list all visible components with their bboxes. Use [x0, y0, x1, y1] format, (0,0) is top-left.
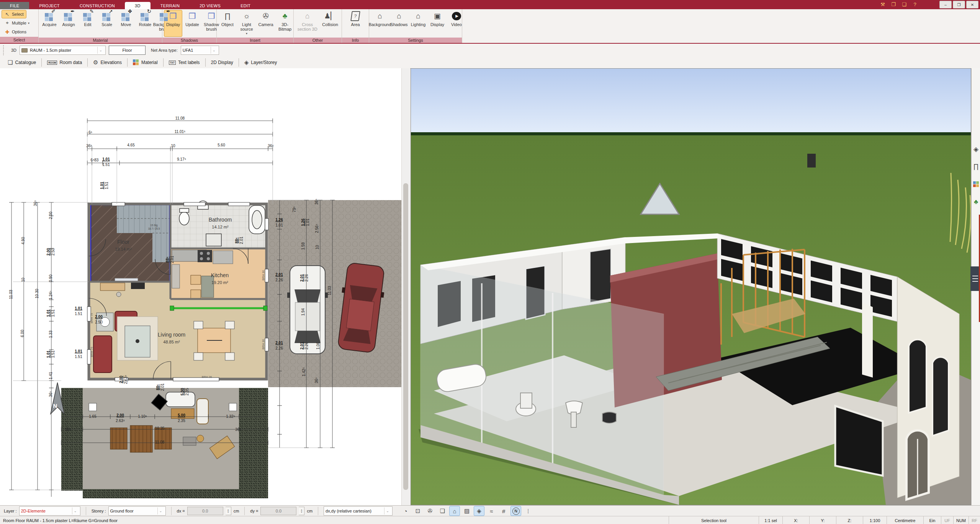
- storey-dropdown[interactable]: Ground floor ⌄: [108, 506, 166, 516]
- hatch-display-icon[interactable]: ▨: [461, 506, 472, 516]
- terrace-post: [229, 403, 237, 411]
- plan-2d-view[interactable]: 11.0811.01⁵6⁵36⁵4.65105.6036⁵6⁵831.011.5…: [0, 68, 401, 505]
- dim-label: BRH 75: [90, 313, 93, 323]
- update-shadows-button[interactable]: ❒Update: [183, 10, 201, 37]
- dim-label: 5.00: [180, 388, 185, 396]
- menu-tab-2d-views[interactable]: 2D VIEWS: [190, 2, 231, 9]
- options-button[interactable]: ✚Options: [2, 28, 29, 36]
- menu-tab-file[interactable]: FILE: [0, 2, 29, 9]
- area-button[interactable]: ?Area: [344, 10, 367, 37]
- sky: [411, 69, 971, 133]
- 3d-bitmap-button[interactable]: ♣3D-Bitmap: [276, 10, 294, 37]
- select-button[interactable]: ↖Select: [2, 10, 26, 18]
- tab-layer-storey[interactable]: ◈Layer/Storey: [239, 57, 283, 67]
- display-shadows-button-label: Display: [166, 22, 180, 27]
- north-arrow-icon[interactable]: N: [510, 506, 521, 516]
- ribbon-group-select: ↖Select⌖Multiple▾✚OptionsSelect: [0, 9, 39, 43]
- more-tools-icon[interactable]: ⁞: [523, 506, 533, 516]
- edit-button[interactable]: ✎Edit: [79, 10, 97, 37]
- dy-label: dy =: [250, 509, 258, 513]
- help-icon[interactable]: ?: [911, 1, 919, 8]
- surface-display-icon[interactable]: ≈: [486, 506, 497, 516]
- grid-icon[interactable]: #: [498, 506, 509, 516]
- restore-button[interactable]: ❐: [953, 1, 965, 8]
- plane-display-icon[interactable]: ◈: [474, 506, 484, 516]
- tab-room-data[interactable]: ROOMRoom data: [42, 57, 87, 67]
- hall-cabinet: [131, 282, 145, 289]
- tab-2d-display[interactable]: 2D Display: [206, 57, 239, 67]
- dim-label: 10: [171, 144, 175, 148]
- camera-button[interactable]: ✇Camera: [257, 10, 275, 37]
- dim-label: 6.00: [20, 330, 25, 337]
- scrollbar-thumb[interactable]: [403, 183, 408, 490]
- floor-button[interactable]: Floor: [109, 46, 146, 55]
- coord-x-cell: X:: [782, 516, 809, 524]
- acquire-button[interactable]: ✐Acquire: [40, 10, 59, 37]
- material-panel-icon[interactable]: [972, 179, 980, 190]
- minimize-button[interactable]: –: [939, 1, 952, 8]
- menu-bar: FILEPROJECTCONSTRUCTION3DTERRAIN2D VIEWS…: [0, 0, 980, 9]
- dy-input[interactable]: 0.0: [260, 507, 296, 515]
- tab-material[interactable]: Material: [128, 57, 163, 67]
- tools-icon[interactable]: ⚒: [879, 1, 887, 8]
- toolbar-grip[interactable]: [3, 45, 6, 55]
- image-stack-icon[interactable]: ❏: [437, 506, 448, 516]
- chevron-down-icon: ▾: [28, 21, 29, 25]
- dim-label: 36⁵: [86, 144, 92, 148]
- window-icon[interactable]: ❐: [890, 1, 897, 8]
- collision-button[interactable]: ♟▏Collision: [320, 10, 340, 37]
- dim-label: 2.01: [160, 383, 165, 391]
- window-buttons: –❐✕: [939, 1, 978, 8]
- dim-label: 2.26: [275, 278, 283, 282]
- menu-tab-edit[interactable]: EDIT: [231, 2, 260, 9]
- layers-panel-icon[interactable]: ◈: [972, 143, 980, 155]
- rotate-button[interactable]: ↻Rotate: [136, 10, 154, 37]
- lighting-settings-button[interactable]: ⌂Lighting: [409, 10, 427, 37]
- material-dropdown[interactable]: RAUM - 1.5cm plaster ⌄: [20, 46, 106, 55]
- terrace[interactable]: [61, 388, 268, 498]
- display-settings-button-label: Display: [430, 22, 444, 27]
- tab-catalogue[interactable]: ❏Catalogue: [2, 57, 41, 67]
- shadows-settings-button[interactable]: ⌂Shadows: [390, 10, 408, 37]
- coordinate-mode-dropdown[interactable]: dx,dy (relative cartesian) ⌄: [324, 506, 393, 516]
- close-button[interactable]: ✕: [966, 1, 978, 8]
- stool: [197, 435, 204, 442]
- plants-panel-icon[interactable]: ♣: [972, 196, 980, 208]
- move-button[interactable]: ✥Move: [117, 10, 135, 37]
- dim-label: 4.65: [127, 143, 135, 147]
- light-source-button[interactable]: ☼Light source▾: [237, 10, 256, 37]
- dy-spinner[interactable]: ▲▼: [299, 507, 304, 515]
- window-arrange-icon[interactable]: ❏: [900, 1, 908, 8]
- dim-label: 18.7 / 25.5: [148, 227, 160, 230]
- background-settings-button[interactable]: ⌂Background: [371, 10, 389, 37]
- net-area-type-dropdown[interactable]: UFA1 ⌄: [181, 46, 219, 55]
- ribbon-group-label: Other: [294, 38, 342, 43]
- layer-dropdown[interactable]: 2D-Elemente ⌄: [19, 506, 80, 516]
- multiple-button[interactable]: ⌖Multiple▾: [2, 19, 32, 27]
- assign-button[interactable]: ✒Assign: [59, 10, 78, 37]
- objects-panel-icon[interactable]: ∏: [972, 161, 980, 172]
- screen-capture-icon[interactable]: ⊡: [412, 506, 423, 516]
- dx-input[interactable]: 0.0: [187, 507, 223, 515]
- render-3d-view[interactable]: [411, 68, 971, 505]
- vertical-scrollbar[interactable]: [401, 68, 410, 505]
- record-video-icon[interactable]: ✇: [425, 506, 435, 516]
- 3d-bitmap-icon: ♣: [280, 11, 290, 21]
- roof-view-icon[interactable]: ⌂: [449, 506, 460, 516]
- tab-text-labels[interactable]: TXTText labels: [164, 57, 205, 67]
- tab-elevations[interactable]: ⚙Elevations: [88, 57, 127, 67]
- floor-room-selected[interactable]: [91, 205, 170, 282]
- room-label: Kitchen: [211, 272, 229, 278]
- dx-spinner[interactable]: ▲▼: [226, 507, 231, 515]
- display-settings-button[interactable]: ▣Display: [428, 10, 447, 37]
- tab-room-data-label: Room data: [59, 60, 82, 65]
- menu-tab-construction[interactable]: CONSTRUCTION: [70, 2, 125, 9]
- display-shadows-icon: ❒: [168, 11, 178, 21]
- house-plan[interactable]: [87, 201, 268, 381]
- menu-tab-project[interactable]: PROJECT: [29, 2, 69, 9]
- driveway[interactable]: [268, 200, 401, 387]
- scale-button[interactable]: ➚Scale: [98, 10, 116, 37]
- object-button[interactable]: ∏Object: [218, 10, 237, 37]
- clock-icon[interactable]: ◔: [400, 506, 411, 516]
- video-button[interactable]: ▶Video: [447, 10, 466, 37]
